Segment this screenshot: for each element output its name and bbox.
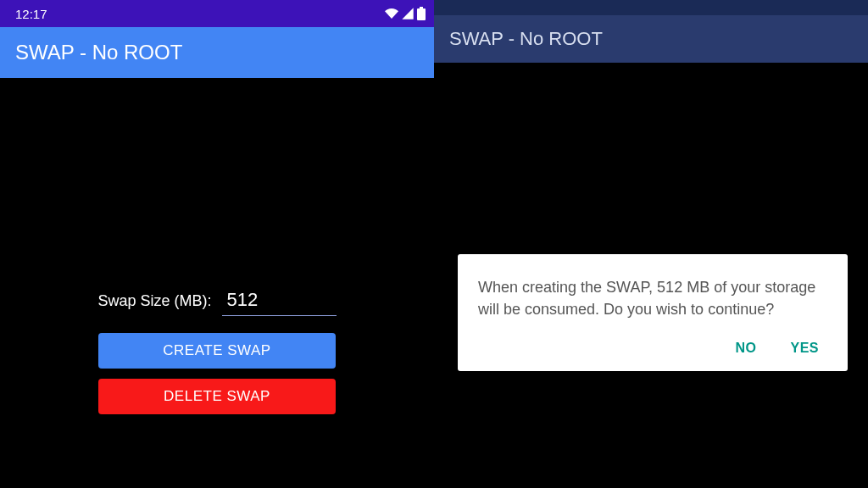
delete-swap-button[interactable]: DELETE SWAP (98, 379, 336, 414)
status-bar: 12:17 (0, 0, 434, 27)
swap-size-input[interactable]: 512 (222, 288, 337, 316)
swap-size-label: Swap Size (MB): (97, 292, 211, 310)
dialog-actions: NO YES (478, 341, 827, 359)
main-content: Swap Size (MB): 512 CREATE SWAP DELETE S… (0, 78, 434, 488)
dialog-message: When creating the SWAP, 512 MB of your s… (478, 276, 827, 320)
screen-main: 12:17 SWAP - No ROOT Swap Size (MB): 512… (0, 0, 434, 488)
signal-icon (401, 7, 415, 20)
status-icons (385, 7, 426, 20)
create-swap-button[interactable]: CREATE SWAP (98, 333, 336, 369)
wifi-icon (385, 7, 398, 20)
app-title-dim: SWAP - No ROOT (449, 28, 603, 50)
app-bar: SWAP - No ROOT (0, 27, 434, 78)
app-title: SWAP - No ROOT (15, 41, 182, 64)
confirm-dialog: When creating the SWAP, 512 MB of your s… (458, 254, 848, 371)
battery-icon (417, 7, 426, 20)
swap-size-row: Swap Size (MB): 512 (97, 288, 336, 316)
screen-dialog: SWAP - No ROOT When creating the SWAP, 5… (434, 0, 868, 488)
app-bar-dim: SWAP - No ROOT (434, 15, 868, 63)
status-bar-dim (434, 0, 868, 15)
status-time: 12:17 (15, 7, 47, 21)
dialog-yes-button[interactable]: YES (790, 341, 819, 356)
dialog-no-button[interactable]: NO (735, 341, 756, 356)
